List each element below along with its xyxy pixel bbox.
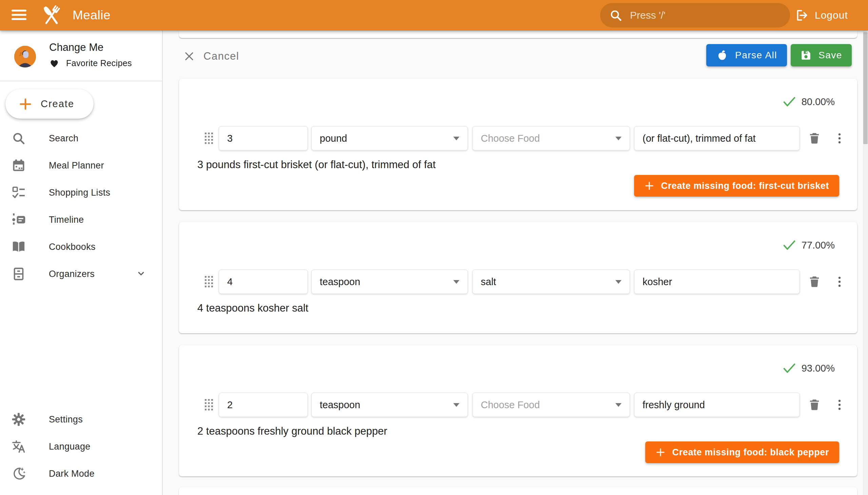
food-value: salt xyxy=(481,276,496,288)
note-field[interactable] xyxy=(634,393,800,417)
create-missing-food-button[interactable]: Create missing food: first-cut brisket xyxy=(634,175,839,197)
kebab-icon xyxy=(834,275,845,289)
delete-ingredient-button[interactable] xyxy=(807,126,822,151)
close-icon xyxy=(183,50,195,62)
global-search-input[interactable] xyxy=(630,10,772,21)
drag-handle[interactable] xyxy=(201,270,216,294)
drag-handle[interactable] xyxy=(201,393,216,417)
sidebar-item-language[interactable]: Language xyxy=(0,433,162,460)
sidebar-item-dark-mode[interactable]: Dark Mode xyxy=(0,460,162,487)
calendar-icon xyxy=(11,158,27,173)
plus-icon xyxy=(19,98,32,110)
sidebar-item-settings[interactable]: Settings xyxy=(0,406,162,433)
sidebar-item-organizers[interactable]: Organizers xyxy=(0,260,162,288)
cancel-button[interactable]: Cancel xyxy=(183,47,239,66)
food-placeholder: Choose Food xyxy=(481,399,540,411)
save-button[interactable]: Save xyxy=(791,44,852,66)
unit-select[interactable]: pound xyxy=(311,126,468,151)
drag-handle[interactable] xyxy=(201,126,216,151)
note-field[interactable] xyxy=(634,126,800,151)
delete-ingredient-button[interactable] xyxy=(807,393,822,417)
moon-icon xyxy=(11,466,27,481)
sidebar-item-timeline[interactable]: Timeline xyxy=(0,206,162,233)
translate-icon xyxy=(11,439,27,454)
quantity-field[interactable] xyxy=(219,270,308,294)
ingredient-fields: teaspoon salt xyxy=(179,270,857,294)
global-search[interactable] xyxy=(600,3,790,28)
create-missing-food-label: Create missing food: first-cut brisket xyxy=(661,181,829,191)
logout-button[interactable]: Logout xyxy=(795,5,848,25)
scrollbar-thumb[interactable] xyxy=(863,32,868,144)
ingredient-menu-button[interactable] xyxy=(833,270,846,294)
ingredient-card: 77.00% teaspoon xyxy=(179,222,857,333)
create-missing-food-button[interactable]: Create missing food: black pepper xyxy=(645,441,839,463)
mealie-logo-icon xyxy=(38,2,65,29)
food-placeholder: Choose Food xyxy=(481,133,540,144)
cabinet-icon xyxy=(11,266,27,282)
create-label: Create xyxy=(41,98,74,109)
ingredient-card: 80.00% pound Ch xyxy=(179,79,857,210)
confidence-row: 77.00% xyxy=(783,239,835,251)
dropdown-caret-icon xyxy=(453,137,459,140)
confidence-check-icon xyxy=(783,96,796,108)
plus-icon xyxy=(656,447,666,457)
note-field[interactable] xyxy=(634,270,800,294)
confidence-value: 93.00% xyxy=(802,363,835,374)
timeline-icon xyxy=(11,212,27,227)
sidebar-item-label: Settings xyxy=(49,414,83,425)
favorite-recipes-label: Favorite Recipes xyxy=(66,58,132,68)
confidence-row: 93.00% xyxy=(783,362,835,374)
sidebar-item-label: Dark Mode xyxy=(49,468,95,479)
app-title: Mealie xyxy=(72,8,110,22)
sidebar-item-label: Language xyxy=(49,441,90,452)
original-ingredient-text: 4 teaspoons kosher salt xyxy=(197,302,308,314)
unit-select[interactable]: teaspoon xyxy=(311,393,468,417)
sidebar-item-meal-planner[interactable]: Meal Planner xyxy=(0,152,162,179)
quantity-field[interactable] xyxy=(219,393,308,417)
parse-all-button[interactable]: Parse All xyxy=(706,44,787,66)
avatar[interactable] xyxy=(14,46,36,67)
ingredient-menu-button[interactable] xyxy=(833,126,846,151)
ingredient-fields: pound Choose Food xyxy=(179,126,857,151)
sidebar-item-label: Shopping Lists xyxy=(49,187,110,198)
quantity-input[interactable] xyxy=(227,276,300,288)
plus-icon xyxy=(644,181,654,191)
food-select[interactable]: Choose Food xyxy=(472,393,630,417)
dropdown-caret-icon xyxy=(615,403,622,407)
dropdown-caret-icon xyxy=(453,280,459,284)
cancel-label: Cancel xyxy=(203,50,239,62)
quantity-input[interactable] xyxy=(227,133,300,144)
app-header: Mealie Logout xyxy=(0,0,868,31)
apple-icon xyxy=(716,49,728,62)
heart-icon xyxy=(49,59,59,68)
unit-select[interactable]: teaspoon xyxy=(311,270,468,294)
quantity-field[interactable] xyxy=(219,126,308,151)
sidebar-item-label: Organizers xyxy=(49,269,95,279)
checklist-icon xyxy=(11,185,27,200)
sidebar-item-cookbooks[interactable]: Cookbooks xyxy=(0,233,162,260)
original-ingredient-text: 2 teaspoons freshly ground black pepper xyxy=(197,425,387,437)
create-button[interactable]: Create xyxy=(5,89,93,119)
sidebar-item-label: Timeline xyxy=(49,215,84,225)
quantity-input[interactable] xyxy=(227,399,300,411)
ingredient-menu-button[interactable] xyxy=(833,393,846,417)
food-select[interactable]: Choose Food xyxy=(472,126,630,151)
delete-ingredient-button[interactable] xyxy=(807,270,822,294)
dropdown-caret-icon xyxy=(453,403,459,407)
book-icon xyxy=(11,239,27,255)
note-input[interactable] xyxy=(643,133,792,144)
unit-value: pound xyxy=(320,133,347,144)
favorite-recipes-link[interactable]: Favorite Recipes xyxy=(49,58,132,68)
trash-icon xyxy=(808,275,821,288)
menu-button[interactable] xyxy=(10,7,29,24)
page-scrollbar[interactable] xyxy=(863,31,868,495)
sidebar-item-shopping-lists[interactable]: Shopping Lists xyxy=(0,179,162,206)
logout-label: Logout xyxy=(815,10,848,21)
note-input[interactable] xyxy=(643,276,792,288)
food-select[interactable]: salt xyxy=(472,270,630,294)
original-ingredient-text: 3 pounds first-cut brisket (or flat-cut)… xyxy=(197,159,436,171)
sidebar-item-search[interactable]: Search xyxy=(0,125,162,152)
create-missing-food-label: Create missing food: black pepper xyxy=(673,447,829,458)
note-input[interactable] xyxy=(643,399,792,411)
confidence-row: 80.00% xyxy=(783,96,835,108)
